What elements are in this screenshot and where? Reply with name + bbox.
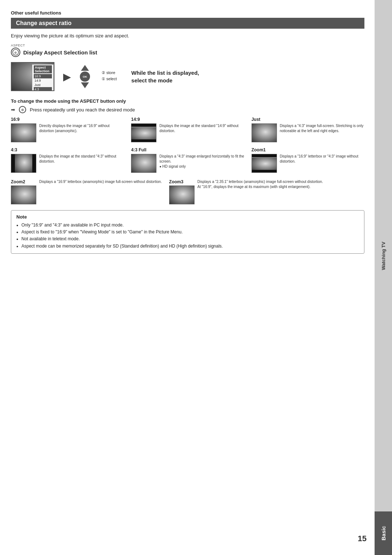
- press-text: Press repeatedly until you reach the des…: [30, 107, 135, 113]
- mode-item-43full: 4:3 Full Displays a "4:3" image enlarged…: [131, 147, 244, 173]
- note-item-1: Only "16:9" and "4:3" are available in P…: [16, 222, 359, 229]
- aspect-label: ASPECT: [11, 44, 364, 47]
- display-aspect-row: ⊕ Display Aspect Selection list: [11, 48, 364, 57]
- mode-label-43: 4:3: [11, 147, 124, 152]
- mode-desc-43full: Displays a "4:3" image enlarged horizont…: [159, 154, 244, 169]
- select-label: ① select: [102, 77, 117, 81]
- while-text: While the list is displayed,select the m…: [131, 69, 199, 84]
- intro-text: Enjoy viewing the picture at its optimum…: [11, 33, 364, 38]
- mode-thumb-43full: [131, 154, 156, 173]
- zoom-bottom-row: Zoom2 Displays a "16:9" letterbox (anamo…: [11, 179, 364, 204]
- mode-thumb-zoom1: [252, 154, 277, 173]
- aspect-item-43: 4:3: [34, 87, 52, 91]
- aspect-menu-overlay: Aspect Selection 16:9 14:9 Just 4:3 4:3 …: [32, 64, 54, 91]
- aspect-button-icon: ⊕: [11, 48, 20, 57]
- mode-label-43full: 4:3 Full: [131, 147, 244, 152]
- arrow-right-icon: ▶: [63, 71, 71, 83]
- mode-thumb-169: [11, 123, 36, 142]
- dpad-remote: OK: [80, 65, 90, 88]
- mode-label-169: 16:9: [11, 117, 124, 122]
- store-label: ② store: [102, 70, 117, 75]
- note-title: Note: [16, 214, 359, 220]
- mode-desc-149: Displays the image at the standard "14:9…: [159, 123, 244, 134]
- mode-row-zoom1: Displays a "16:9" letterbox or "4:3" ima…: [252, 154, 364, 173]
- hd-note: HD signal only: [159, 164, 185, 168]
- mode-desc-169: Directly displays the image at "16:9" wi…: [39, 123, 124, 134]
- mode-item-149: 14:9 Displays the image at the standard …: [131, 117, 244, 142]
- mode-row-43: Displays the image at the standard "4:3"…: [11, 154, 124, 173]
- aspect-item-just: Just: [34, 83, 52, 87]
- mode-label-zoom1: Zoom1: [252, 147, 364, 152]
- note-item-3: Not available in teletext mode.: [16, 236, 359, 242]
- aspect-menu-title: Aspect Selection: [34, 65, 52, 73]
- mode-row-just: Displays a "4:3" image full-screen. Stre…: [252, 123, 364, 142]
- mode-thumb-just: [252, 123, 277, 142]
- sidebar-watching-tv: Watching TV: [375, 0, 392, 511]
- mode-desc-just: Displays a "4:3" image full-screen. Stre…: [280, 123, 364, 134]
- tv-thumbnail: Aspect Selection 16:9 14:9 Just 4:3 4:3 …: [11, 62, 54, 91]
- store-select-labels: ② store ① select: [102, 70, 117, 83]
- mode-row-43full: Displays a "4:3" image enlarged horizont…: [131, 154, 244, 173]
- to-change-title: To change the mode using the ASPECT butt…: [11, 98, 364, 104]
- modes-grid: 16:9 Directly displays the image at "16:…: [11, 117, 364, 173]
- zoom-item-zoom3: Zoom3 Displays a "2.35:1" letterbox (ana…: [169, 179, 323, 204]
- page-number: 15: [358, 534, 367, 543]
- zoom-thumb-zoom3: [169, 185, 195, 204]
- mode-row-149: Displays the image at the standard "14:9…: [131, 123, 244, 142]
- mode-item-169: 16:9 Directly displays the image at "16:…: [11, 117, 124, 142]
- note-box: Note Only "16:9" and "4:3" are available…: [11, 210, 364, 254]
- zoom-thumb-zoom2: [11, 185, 36, 204]
- zoom-label-zoom3: Zoom3: [169, 179, 195, 184]
- banner-title: Change aspect ratio: [11, 18, 364, 29]
- section-heading: Other useful functions: [11, 10, 364, 16]
- dpad-down-icon: [81, 82, 89, 88]
- press-row: ➡ ⊕ Press repeatedly until you reach the…: [11, 106, 364, 113]
- zoom-desc-zoom3: Displays a "2.35:1" letterbox (anamorphi…: [197, 179, 323, 189]
- aspect-item-149: 14:9: [34, 78, 52, 83]
- mode-row-169: Directly displays the image at "16:9" wi…: [11, 123, 124, 142]
- mode-item-just: Just Displays a "4:3" image full-screen.…: [252, 117, 364, 142]
- mode-item-43: 4:3 Displays the image at the standard "…: [11, 147, 124, 173]
- zoom3-label-col: Zoom3: [169, 179, 195, 204]
- zoom-label-zoom2: Zoom2: [11, 179, 36, 184]
- sidebar-right: Watching TV Basic: [375, 0, 392, 555]
- svg-text:⊕: ⊕: [14, 51, 17, 54]
- display-aspect-title: Display Aspect Selection list: [23, 49, 97, 56]
- dpad-up-icon: [81, 65, 89, 71]
- zoom2-label-col: Zoom2: [11, 179, 36, 204]
- mode-label-149: 14:9: [131, 117, 244, 122]
- arrow-press-icon: ➡: [11, 107, 15, 113]
- mode-label-just: Just: [252, 117, 364, 122]
- note-item-2: Aspect is fixed to "16:9" when "Viewing …: [16, 229, 359, 236]
- dpad-center-icon: OK: [80, 72, 90, 82]
- mode-thumb-43: [11, 154, 36, 173]
- mode-thumb-149: [131, 123, 156, 142]
- note-item-4: Aspect mode can be memorized separately …: [16, 243, 359, 250]
- zoom-desc-zoom2: Displays a "16:9" letterbox (anamorphic)…: [39, 179, 162, 184]
- aspect-item-169: 16:9: [34, 74, 52, 78]
- zoom-item-zoom2: Zoom2 Displays a "16:9" letterbox (anamo…: [11, 179, 162, 204]
- diagram-row: Aspect Selection 16:9 14:9 Just 4:3 4:3 …: [11, 62, 364, 91]
- sidebar-basic: Basic: [375, 511, 392, 555]
- mode-desc-43: Displays the image at the standard "4:3"…: [39, 154, 124, 164]
- mode-item-zoom1: Zoom1 Displays a "16:9" letterbox or "4:…: [252, 147, 364, 173]
- mode-desc-zoom1: Displays a "16:9" letterbox or "4:3" ima…: [280, 154, 364, 164]
- aspect-circle-icon: ⊕: [19, 106, 26, 113]
